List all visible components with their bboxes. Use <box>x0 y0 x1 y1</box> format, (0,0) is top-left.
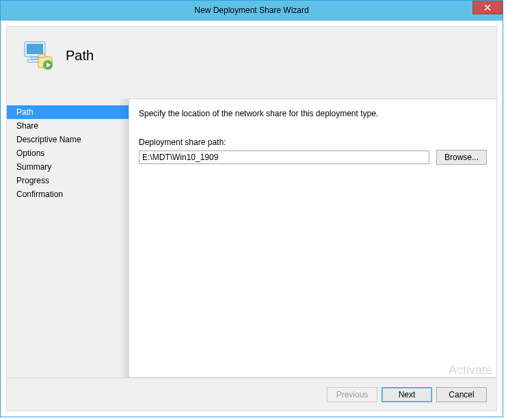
next-button[interactable]: Next <box>382 387 432 402</box>
deployment-share-icon <box>21 39 53 72</box>
main-panel: Specify the location of the network shar… <box>129 99 496 378</box>
window-title: New Deployment Share Wizard <box>194 5 308 15</box>
sidebar-item-label: Options <box>16 148 44 158</box>
browse-button[interactable]: Browse... <box>436 150 487 165</box>
sidebar-item-label: Confirmation <box>16 189 63 199</box>
wizard-window: New Deployment Share Wizard <box>0 0 503 417</box>
sidebar-item-path[interactable]: Path <box>7 105 129 119</box>
sidebar-item-label: Descriptive Name <box>16 135 81 144</box>
sidebar-item-label: Progress <box>16 176 49 185</box>
previous-button: Previous <box>327 387 377 402</box>
wizard-header: Path <box>7 27 496 84</box>
titlebar: New Deployment Share Wizard <box>1 1 503 21</box>
svg-rect-1 <box>27 44 43 54</box>
window-body: Path Path Share Descriptive Name Options… <box>1 21 503 417</box>
sidebar-item-confirmation[interactable]: Confirmation <box>7 187 129 201</box>
svg-rect-5 <box>38 54 45 57</box>
instruction-text: Specify the location of the network shar… <box>139 109 487 118</box>
sidebar-item-options[interactable]: Options <box>7 146 129 160</box>
wizard-inner: Path Path Share Descriptive Name Options… <box>6 26 497 411</box>
sidebar-item-summary[interactable]: Summary <box>7 160 129 174</box>
path-label: Deployment share path: <box>139 137 487 147</box>
step-sidebar: Path Share Descriptive Name Options Summ… <box>7 99 129 378</box>
sidebar-item-progress[interactable]: Progress <box>7 174 129 187</box>
close-icon <box>484 4 491 11</box>
path-field-row: Browse... <box>139 150 487 165</box>
cancel-button[interactable]: Cancel <box>436 387 487 402</box>
sidebar-item-label: Path <box>16 107 34 117</box>
close-button[interactable] <box>472 1 503 14</box>
page-title: Path <box>66 48 94 64</box>
content-row: Path Share Descriptive Name Options Summ… <box>7 99 496 378</box>
sidebar-item-label: Summary <box>16 162 51 172</box>
sidebar-item-share[interactable]: Share <box>7 119 129 133</box>
svg-rect-2 <box>31 57 38 60</box>
deployment-path-input[interactable] <box>139 150 429 164</box>
wizard-footer: Previous Next Cancel <box>7 378 496 410</box>
sidebar-item-label: Share <box>16 121 38 131</box>
sidebar-item-descriptive-name[interactable]: Descriptive Name <box>7 133 129 146</box>
